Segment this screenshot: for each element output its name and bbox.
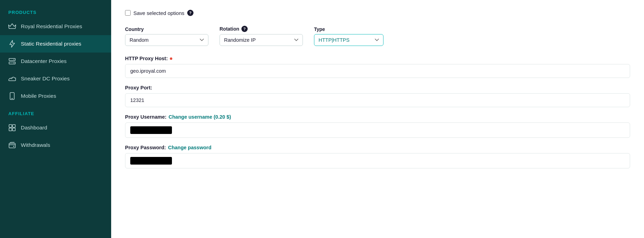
dropdowns-row: Country Random United States United King… — [125, 26, 630, 46]
rotation-select[interactable]: Randomize IP Sticky Session Rotate Every… — [220, 34, 303, 46]
save-options-checkbox[interactable] — [125, 10, 131, 16]
svg-point-2 — [14, 59, 14, 60]
svg-rect-7 — [13, 125, 15, 127]
bolt-icon — [8, 40, 16, 48]
sidebar-item-datacenter-label: Datacenter Proxies — [21, 58, 67, 64]
type-select[interactable]: HTTP|HTTPS SOCKS5 — [314, 34, 383, 46]
http-host-group: HTTP Proxy Host: geo.iproyal.com — [125, 56, 630, 78]
sidebar-item-withdrawals-label: Withdrawals — [21, 142, 50, 148]
sidebar-item-sneaker-label: Sneaker DC Proxies — [21, 76, 69, 82]
products-section-label: PRODUCTS — [0, 3, 111, 18]
sidebar-item-datacenter[interactable]: Datacenter Proxies — [0, 53, 111, 70]
proxy-username-field — [125, 122, 630, 138]
save-options-row: Save selected options ? — [125, 10, 630, 16]
sidebar-item-dashboard[interactable]: Dashboard — [0, 119, 111, 136]
affiliate-section-label: AFFILIATE — [0, 105, 111, 119]
country-field-group: Country Random United States United King… — [125, 26, 208, 46]
sidebar-item-mobile[interactable]: Mobile Proxies — [0, 87, 111, 105]
svg-rect-10 — [9, 143, 15, 148]
svg-point-3 — [14, 63, 14, 63]
proxy-password-masked — [130, 157, 172, 165]
sidebar-item-royal-label: Royal Residential Proxies — [21, 23, 82, 30]
proxy-port-label: Proxy Port: — [125, 85, 630, 90]
proxy-password-field — [125, 153, 630, 168]
required-dot — [170, 57, 172, 60]
proxy-port-group: Proxy Port: 12321 — [125, 85, 630, 107]
svg-rect-1 — [9, 62, 15, 64]
proxy-port-input[interactable]: 12321 — [125, 93, 630, 107]
svg-rect-9 — [13, 128, 15, 131]
main-content: Save selected options ? Country Random U… — [111, 0, 644, 238]
svg-rect-0 — [9, 58, 15, 61]
save-options-help-icon[interactable]: ? — [187, 10, 193, 16]
svg-rect-6 — [9, 125, 12, 127]
http-host-label: HTTP Proxy Host: — [125, 56, 630, 61]
mobile-icon — [8, 92, 16, 100]
sidebar-item-royal-residential[interactable]: Royal Residential Proxies — [0, 18, 111, 35]
proxy-username-label: Proxy Username: Change username (0.20 $) — [125, 114, 630, 120]
type-label: Type — [314, 26, 383, 32]
proxy-password-group: Proxy Password: Change password — [125, 145, 630, 168]
change-username-link[interactable]: Change username (0.20 $) — [168, 114, 231, 120]
country-select[interactable]: Random United States United Kingdom Germ… — [125, 34, 208, 46]
sidebar-item-static-label: Static Residential proxies — [21, 41, 81, 47]
server-icon — [8, 57, 16, 65]
proxy-username-group: Proxy Username: Change username (0.20 $) — [125, 114, 630, 138]
sidebar-item-withdrawals[interactable]: Withdrawals — [0, 136, 111, 154]
country-label: Country — [125, 26, 208, 32]
proxy-password-label: Proxy Password: Change password — [125, 145, 630, 150]
rotation-field-group: Rotation ? Randomize IP Sticky Session R… — [220, 26, 303, 46]
wallet-icon — [8, 141, 16, 149]
sidebar: PRODUCTS Royal Residential Proxies Stati… — [0, 0, 111, 238]
change-password-link[interactable]: Change password — [168, 145, 212, 150]
sidebar-item-static-residential[interactable]: Static Residential proxies — [0, 35, 111, 53]
crown-icon — [8, 23, 16, 30]
rotation-label: Rotation ? — [220, 26, 303, 32]
proxy-username-masked — [130, 126, 172, 134]
sidebar-item-mobile-label: Mobile Proxies — [21, 93, 56, 99]
sneaker-icon — [8, 75, 16, 82]
dashboard-icon — [8, 124, 16, 132]
type-field-group: Type HTTP|HTTPS SOCKS5 — [314, 26, 383, 46]
svg-point-11 — [13, 146, 14, 147]
sidebar-item-dashboard-label: Dashboard — [21, 125, 47, 131]
save-options-label: Save selected options — [133, 10, 184, 16]
svg-rect-8 — [9, 128, 12, 131]
sidebar-item-sneaker-dc[interactable]: Sneaker DC Proxies — [0, 70, 111, 87]
http-host-input[interactable]: geo.iproyal.com — [125, 64, 630, 78]
rotation-help-icon[interactable]: ? — [241, 26, 248, 32]
